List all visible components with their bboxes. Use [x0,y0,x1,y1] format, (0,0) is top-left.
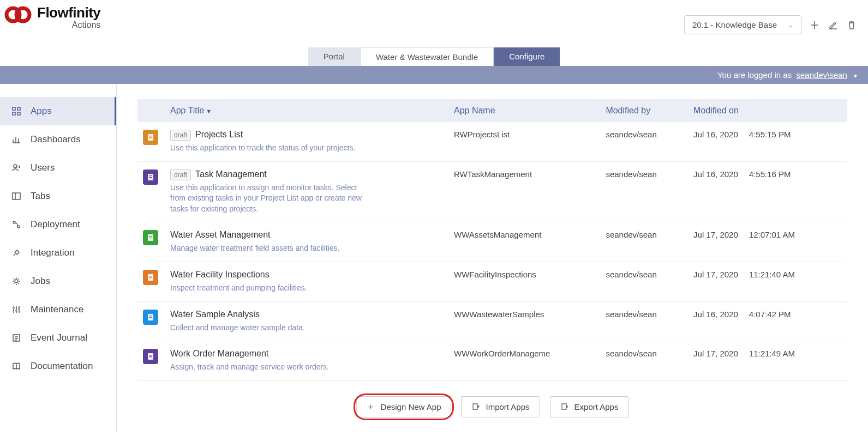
modified-on-cell: Jul 16, 20204:07:42 PM [688,301,847,341]
top-tab-bar: Portal Water & Wastewater Bundle Configu… [0,47,868,66]
main-content: App Title App Name Modified by Modified … [117,84,868,432]
svg-rect-32 [149,356,152,357]
app-description: Use this application to track the status… [170,143,372,154]
sidebar-item-integration[interactable]: Integration [0,239,116,267]
table-row[interactable]: draftTask Management Use this applicatio… [137,161,847,222]
app-name-cell: WWFacilityInspections [448,262,600,301]
action-bar: ＋ Design New App Import Apps Export Apps [137,381,847,432]
tab-bundle[interactable]: Water & Wastewater Bundle [360,47,494,66]
sidebar-item-apps[interactable]: Apps [0,97,116,125]
app-icon [143,230,158,245]
import-apps-button[interactable]: Import Apps [461,396,540,417]
tab-portal[interactable]: Portal [308,47,360,66]
svg-rect-26 [149,277,152,278]
table-row[interactable]: Water Sample Analysis Collect and manage… [137,301,847,341]
col-modified-by[interactable]: Modified by [600,99,688,122]
sidebar-item-dashboards[interactable]: Dashboards [0,125,116,154]
app-title: Projects List [195,130,243,139]
sidebar-item-documentation[interactable]: Documentation [0,352,116,380]
app-title: Water Asset Management [170,230,271,239]
app-name-cell: RWProjectsList [448,122,600,161]
export-apps-button[interactable]: Export Apps [550,396,629,417]
main-layout: Apps Dashboards Users Tabs Deployment In… [0,84,868,432]
sidebar-item-label: Users [31,162,55,173]
apps-table: App Title App Name Modified by Modified … [137,99,847,381]
app-icon [143,130,158,145]
app-description: Inspect treatment and pumping facilities… [170,283,372,294]
modified-on-cell: Jul 16, 20204:55:15 PM [688,122,847,161]
sidebar-item-maintenance[interactable]: Maintenance [0,295,116,324]
app-title: Work Order Management [170,349,268,358]
button-label: Design New App [381,402,441,411]
modified-by-cell: seandev/sean [600,301,688,341]
app-description: Collect and manage water sample data. [170,323,372,334]
svg-rect-7 [13,193,20,199]
sidebar-item-event-journal[interactable]: Event Journal [0,324,116,352]
draft-badge: draft [170,169,191,180]
export-icon [560,402,569,411]
sidebar-item-tabs[interactable]: Tabs [0,182,116,210]
sidebar-item-label: Apps [31,106,52,117]
modified-by-cell: seandev/sean [600,222,688,262]
table-row[interactable]: Water Asset Management Manage water trea… [137,222,847,262]
edit-icon[interactable] [828,20,839,31]
modified-by-cell: seandev/sean [600,341,688,381]
app-name-cell: WWWastewaterSamples [448,301,600,341]
svg-point-10 [15,280,18,283]
tab-configure[interactable]: Configure [494,47,560,66]
sidebar-item-users[interactable]: Users [0,154,116,182]
modified-on-cell: Jul 17, 202011:21:49 AM [688,341,847,381]
design-new-app-button[interactable]: ＋ Design New App [356,396,452,417]
deployment-icon [11,219,22,230]
svg-point-13 [19,308,20,310]
logo-rings-icon [4,5,35,24]
svg-rect-23 [149,238,152,238]
sidebar-item-deployment[interactable]: Deployment [0,210,116,239]
app-name-cell: WWWorkOrderManageme [448,341,600,381]
app-title: Water Sample Analysis [170,310,260,319]
caret-down-icon[interactable]: ▼ [853,73,858,79]
app-description: Use this application to assign and monit… [170,183,372,215]
col-app-name[interactable]: App Name [448,99,600,122]
table-row[interactable]: Water Facility Inspections Inspect treat… [137,262,847,301]
trash-icon[interactable] [846,20,857,31]
svg-point-6 [14,165,17,168]
gear-icon [11,276,22,287]
list-icon [11,332,22,343]
app-description: Assign, track and manage service work or… [170,362,372,373]
col-app-title[interactable]: App Title [165,99,448,122]
sidebar-item-jobs[interactable]: Jobs [0,267,116,295]
login-prefix: You are logged in as [717,70,792,80]
brand-subtitle: Actions [72,21,100,29]
add-icon[interactable] [809,20,820,31]
app-title: Water Facility Inspections [170,270,270,279]
app-title: Task Management [195,169,267,179]
app-description: Manage water treatment field assets and … [170,243,372,254]
svg-rect-31 [149,355,152,355]
brand-logo: Flowfinity Actions [4,5,100,29]
modified-on-cell: Jul 17, 202012:07:01 AM [688,222,847,262]
header: Flowfinity Actions 20.1 - Knowledge Base… [0,0,868,34]
modified-on-cell: Jul 16, 20204:55:16 PM [688,161,847,222]
table-row[interactable]: Work Order Management Assign, track and … [137,341,847,381]
users-icon [11,162,22,173]
sliders-icon [11,304,22,315]
brand-name: Flowfinity [37,5,100,20]
plus-icon: ＋ [367,402,375,411]
header-controls: 20.1 - Knowledge Base ⌄ [684,5,857,34]
svg-rect-17 [149,137,152,138]
svg-rect-20 [149,177,152,178]
col-modified-on[interactable]: Modified on [688,99,847,122]
app-name-cell: WWAssetsManagement [448,222,600,262]
login-user-link[interactable]: seandev\sean [797,70,847,80]
svg-point-12 [16,310,17,312]
svg-rect-25 [149,276,152,276]
sidebar: Apps Dashboards Users Tabs Deployment In… [0,84,117,432]
kb-select-label: 20.1 - Knowledge Base [692,20,777,29]
svg-point-11 [13,307,15,309]
table-row[interactable]: draftProjects List Use this application … [137,122,847,161]
svg-rect-28 [149,316,152,316]
sidebar-item-label: Dashboards [31,134,81,145]
draft-badge: draft [170,130,191,141]
knowledge-base-select[interactable]: 20.1 - Knowledge Base ⌄ [684,15,801,34]
